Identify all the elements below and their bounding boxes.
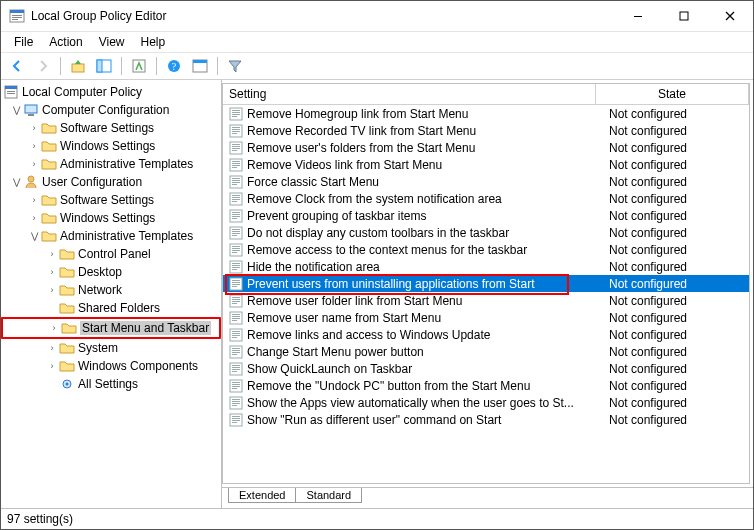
- expand-icon[interactable]: ›: [45, 285, 59, 295]
- tree-item[interactable]: ⋁ Administrative Templates: [1, 227, 221, 245]
- menu-help[interactable]: Help: [133, 34, 174, 50]
- menu-action[interactable]: Action: [41, 34, 90, 50]
- expand-icon[interactable]: ›: [27, 123, 41, 133]
- tree-computer-config[interactable]: ⋁ Computer Configuration: [1, 101, 221, 119]
- expand-icon[interactable]: ⋁: [9, 105, 23, 115]
- expand-icon[interactable]: ⋁: [27, 231, 41, 241]
- menu-view[interactable]: View: [91, 34, 133, 50]
- list-row[interactable]: Remove links and access to Windows Updat…: [223, 326, 749, 343]
- svg-rect-97: [232, 352, 240, 353]
- expand-icon[interactable]: ›: [45, 361, 59, 371]
- list-row[interactable]: Do not display any custom toolbars in th…: [223, 224, 749, 241]
- tree-item-selected[interactable]: › Start Menu and Taskbar: [1, 317, 221, 339]
- setting-name: Hide the notification area: [247, 260, 603, 274]
- list-row[interactable]: Remove Homegroup link from Start MenuNot…: [223, 105, 749, 122]
- expand-icon[interactable]: ›: [45, 267, 59, 277]
- list-row[interactable]: Show QuickLaunch on TaskbarNot configure…: [223, 360, 749, 377]
- tab-extended[interactable]: Extended: [228, 488, 296, 503]
- tree-root[interactable]: Local Computer Policy: [1, 83, 221, 101]
- tab-standard[interactable]: Standard: [295, 488, 362, 503]
- list-row[interactable]: Prevent grouping of taskbar itemsNot con…: [223, 207, 749, 224]
- tree-user-config[interactable]: ⋁ User Configuration: [1, 173, 221, 191]
- maximize-button[interactable]: [661, 1, 707, 31]
- back-button[interactable]: [5, 54, 29, 78]
- list-row[interactable]: Force classic Start MenuNot configured: [223, 173, 749, 190]
- menu-file[interactable]: File: [6, 34, 41, 50]
- tree-item[interactable]: › Windows Settings: [1, 137, 221, 155]
- svg-rect-4: [12, 19, 18, 20]
- svg-point-23: [66, 383, 69, 386]
- expand-icon[interactable]: ›: [47, 323, 61, 333]
- list-row[interactable]: Remove Clock from the system notificatio…: [223, 190, 749, 207]
- policy-setting-icon: [229, 328, 243, 342]
- forward-button[interactable]: [31, 54, 55, 78]
- svg-rect-103: [232, 371, 237, 372]
- up-one-level-button[interactable]: [66, 54, 90, 78]
- list-row[interactable]: Show the Apps view automatically when th…: [223, 394, 749, 411]
- setting-state: Not configured: [603, 345, 749, 359]
- svg-rect-65: [232, 246, 240, 247]
- tree-item[interactable]: Shared Folders: [1, 299, 221, 317]
- svg-rect-66: [232, 248, 240, 249]
- properties-button[interactable]: [127, 54, 151, 78]
- setting-name: Remove links and access to Windows Updat…: [247, 328, 603, 342]
- filter-button[interactable]: [223, 54, 247, 78]
- list-row[interactable]: Remove Videos link from Start MenuNot co…: [223, 156, 749, 173]
- list-view[interactable]: Setting State Remove Homegroup link from…: [222, 83, 750, 484]
- tree-item[interactable]: All Settings: [1, 375, 221, 393]
- tree-pane[interactable]: Local Computer Policy ⋁ Computer Configu…: [1, 80, 222, 508]
- list-row[interactable]: Prevent users from uninstalling applicat…: [223, 275, 749, 292]
- list-row[interactable]: Remove access to the context menus for t…: [223, 241, 749, 258]
- tree-item[interactable]: › System: [1, 339, 221, 357]
- svg-rect-1: [10, 10, 24, 13]
- svg-rect-105: [232, 382, 240, 383]
- expand-icon[interactable]: ›: [45, 249, 59, 259]
- svg-rect-98: [232, 354, 237, 355]
- list-row[interactable]: Change Start Menu power buttonNot config…: [223, 343, 749, 360]
- svg-point-21: [28, 176, 34, 182]
- svg-rect-77: [232, 284, 240, 285]
- expand-icon[interactable]: ›: [27, 213, 41, 223]
- column-state[interactable]: State: [596, 84, 749, 104]
- svg-rect-42: [232, 165, 240, 166]
- tree-item[interactable]: › Desktop: [1, 263, 221, 281]
- list-row[interactable]: Remove user name from Start MenuNot conf…: [223, 309, 749, 326]
- tree-label: Desktop: [78, 265, 122, 279]
- tree-item[interactable]: › Control Panel: [1, 245, 221, 263]
- svg-rect-68: [232, 252, 237, 253]
- expand-icon[interactable]: ›: [27, 159, 41, 169]
- list-row[interactable]: Hide the notification areaNot configured: [223, 258, 749, 275]
- svg-rect-112: [232, 403, 240, 404]
- column-setting[interactable]: Setting: [223, 84, 596, 104]
- setting-state: Not configured: [603, 277, 749, 291]
- close-button[interactable]: [707, 1, 753, 31]
- list-row[interactable]: Remove user's folders from the Start Men…: [223, 139, 749, 156]
- expand-icon[interactable]: ›: [27, 195, 41, 205]
- tree-item[interactable]: › Windows Components: [1, 357, 221, 375]
- tree-item[interactable]: › Network: [1, 281, 221, 299]
- list-row[interactable]: Show "Run as different user" command on …: [223, 411, 749, 428]
- options-button[interactable]: [188, 54, 212, 78]
- toolbar-separator: [217, 57, 218, 75]
- expand-icon[interactable]: ⋁: [9, 177, 23, 187]
- svg-rect-62: [232, 233, 240, 234]
- tree-label: Windows Components: [78, 359, 198, 373]
- show-hide-tree-button[interactable]: [92, 54, 116, 78]
- minimize-button[interactable]: [615, 1, 661, 31]
- expand-icon[interactable]: ›: [27, 141, 41, 151]
- list-row[interactable]: Remove the "Undock PC" button from the S…: [223, 377, 749, 394]
- tree-item[interactable]: › Software Settings: [1, 119, 221, 137]
- tree-item[interactable]: › Administrative Templates: [1, 155, 221, 173]
- tree-label: All Settings: [78, 377, 138, 391]
- list-row[interactable]: Remove Recorded TV link from Start MenuN…: [223, 122, 749, 139]
- tree-item[interactable]: › Windows Settings: [1, 209, 221, 227]
- expand-icon: [45, 303, 59, 313]
- svg-rect-86: [232, 316, 240, 317]
- expand-icon[interactable]: ›: [45, 343, 59, 353]
- tree-label: System: [78, 341, 118, 355]
- list-row[interactable]: Remove user folder link from Start MenuN…: [223, 292, 749, 309]
- help-button[interactable]: ?: [162, 54, 186, 78]
- svg-rect-3: [12, 17, 22, 18]
- tree-item[interactable]: › Software Settings: [1, 191, 221, 209]
- svg-rect-101: [232, 367, 240, 368]
